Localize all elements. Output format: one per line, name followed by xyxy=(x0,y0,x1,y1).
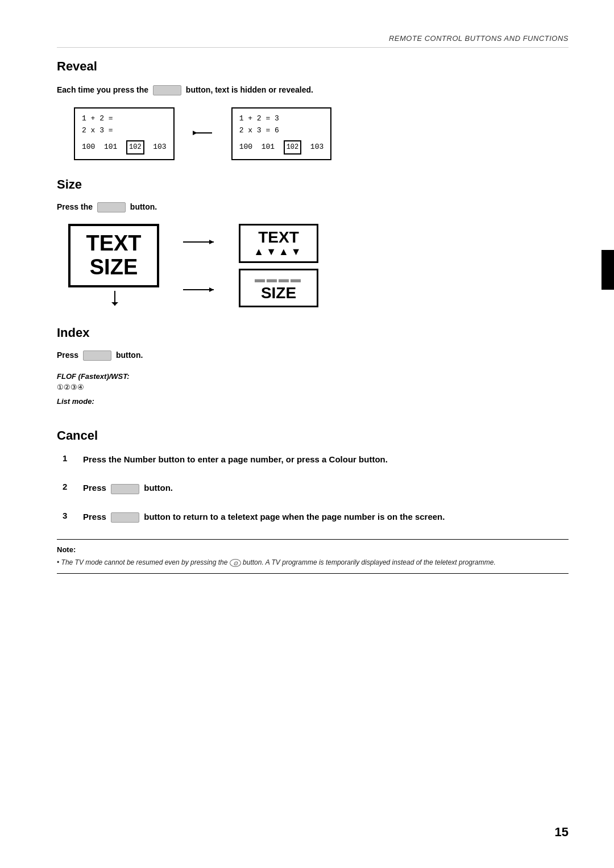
tv-button-icon: ⊙ xyxy=(230,559,241,567)
size-press-line: Press the button. xyxy=(57,202,569,212)
list-mode-label: List mode: xyxy=(57,397,569,406)
svg-marker-7 xyxy=(209,287,214,292)
up-arrow-icon xyxy=(108,290,122,307)
reveal-left-box: 1 + 2 = 2 x 3 = 100 101 102 103 xyxy=(74,107,175,160)
size-up-arrow xyxy=(108,290,122,308)
size-section: Size Press the button. TEXT SIZE xyxy=(57,177,569,308)
size-bottom-right-line1: ▬▬▬▬ xyxy=(247,274,310,285)
step2-button-text: button. xyxy=(144,483,173,493)
header-title: REMOTE CONTROL BUTTONS AND FUNCTIONS xyxy=(389,34,569,43)
reveal-left-pages: 100 101 102 103 xyxy=(82,140,167,155)
flof-label: FLOF (Fastext)/WST: xyxy=(57,372,569,381)
left-arrow-icon xyxy=(192,126,214,140)
svg-marker-5 xyxy=(209,240,214,244)
step-number-3: 3 xyxy=(63,511,74,520)
index-press-line: Press button. xyxy=(57,350,569,361)
reveal-right-pages: 100 101 102 103 xyxy=(239,140,324,155)
step2-press: Press xyxy=(83,483,106,493)
page-number: 15 xyxy=(555,825,569,840)
size-mid-arrows xyxy=(182,224,216,297)
note-bullet-text: The TV mode cannot be resumed even by pr… xyxy=(61,558,230,566)
reveal-button-placeholder xyxy=(153,85,181,95)
size-bottom-right-box: ▬▬▬▬ SIZE xyxy=(239,269,318,308)
note-label: Note: xyxy=(57,545,569,554)
size-top-right-box: TEXT ▲▼▲▼ xyxy=(239,224,318,263)
step2-button xyxy=(111,484,139,494)
size-heading: Size xyxy=(57,177,569,192)
black-square-tab xyxy=(601,250,614,290)
right-bottom-arrow-icon xyxy=(182,283,216,297)
step-number-1: 1 xyxy=(63,453,74,463)
note-text: • The TV mode cannot be resumed even by … xyxy=(57,557,569,567)
page-container: REMOTE CONTROL BUTTONS AND FUNCTIONS Rev… xyxy=(0,0,614,868)
index-section: Index Press button. FLOF (Fastext)/WST: … xyxy=(57,326,569,406)
step3-press: Press xyxy=(83,512,106,521)
size-right-column: TEXT ▲▼▲▼ ▬▬▬▬ SIZE xyxy=(239,224,318,307)
reveal-desc-part2: button, text is hidden or revealed. xyxy=(186,85,313,94)
reveal-heading: Reveal xyxy=(57,59,569,74)
size-top-right-line1: TEXT xyxy=(247,229,310,247)
cancel-heading: Cancel xyxy=(57,428,569,443)
size-press-text: Press the xyxy=(57,202,93,211)
cancel-steps: 1 Press the Number button to enter a pag… xyxy=(63,453,569,524)
index-button-placeholder xyxy=(83,350,111,361)
reveal-right-highlight: 102 xyxy=(284,140,302,155)
reveal-right-line1: 1 + 2 = 3 xyxy=(239,113,324,125)
reveal-right-box: 1 + 2 = 3 2 x 3 = 6 100 101 102 103 xyxy=(231,107,332,160)
reveal-right-line2: 2 x 3 = 6 xyxy=(239,125,324,137)
cancel-section: Cancel 1 Press the Number button to ente… xyxy=(57,428,569,574)
reveal-desc-part1: Each time you press the xyxy=(57,85,148,94)
step-text-2: Press button. xyxy=(83,482,173,495)
size-press-text2: button. xyxy=(130,202,157,211)
reveal-left-line2: 2 x 3 = xyxy=(82,125,167,137)
index-heading: Index xyxy=(57,326,569,340)
cancel-step-2: 2 Press button. xyxy=(63,482,569,495)
note-box: Note: • The TV mode cannot be resumed ev… xyxy=(57,539,569,574)
header-line: REMOTE CONTROL BUTTONS AND FUNCTIONS xyxy=(57,34,569,48)
size-bottom-right-line2: SIZE xyxy=(247,285,310,302)
size-top-right-line2: ▲▼▲▼ xyxy=(247,247,310,258)
size-left-line2: SIZE xyxy=(80,256,148,279)
size-left-line1: TEXT xyxy=(80,232,148,256)
cancel-step-1: 1 Press the Number button to enter a pag… xyxy=(63,453,569,466)
step-text-3: Press button to return to a teletext pag… xyxy=(83,511,445,524)
step-number-2: 2 xyxy=(63,482,74,491)
reveal-arrow xyxy=(192,126,214,141)
size-button-placeholder xyxy=(97,202,126,212)
svg-marker-3 xyxy=(111,302,118,306)
index-press-text: Press xyxy=(57,350,78,360)
reveal-highlight: 102 xyxy=(126,140,144,155)
size-diagram: TEXT SIZE xyxy=(68,224,569,308)
cancel-step-3: 3 Press button to return to a teletext p… xyxy=(63,511,569,524)
step3-button xyxy=(111,512,139,523)
step-text-1: Press the Number button to enter a page … xyxy=(83,453,388,466)
reveal-diagrams: 1 + 2 = 2 x 3 = 100 101 102 103 1 + 2 = … xyxy=(74,107,569,160)
reveal-left-line1: 1 + 2 = xyxy=(82,113,167,125)
reveal-section: Reveal Each time you press the button, t… xyxy=(57,59,569,160)
index-press-text2: button. xyxy=(116,350,143,360)
right-top-arrow-icon xyxy=(182,235,216,249)
svg-marker-1 xyxy=(193,131,197,135)
size-left-box: TEXT SIZE xyxy=(68,224,159,287)
flof-detail: ①②③④ xyxy=(57,383,569,391)
note-bullet-text2: button. A TV programme is temporarily di… xyxy=(243,558,496,566)
reveal-description: Each time you press the button, text is … xyxy=(57,84,569,96)
step3-button-text: button to return to a teletext page when… xyxy=(144,512,445,521)
